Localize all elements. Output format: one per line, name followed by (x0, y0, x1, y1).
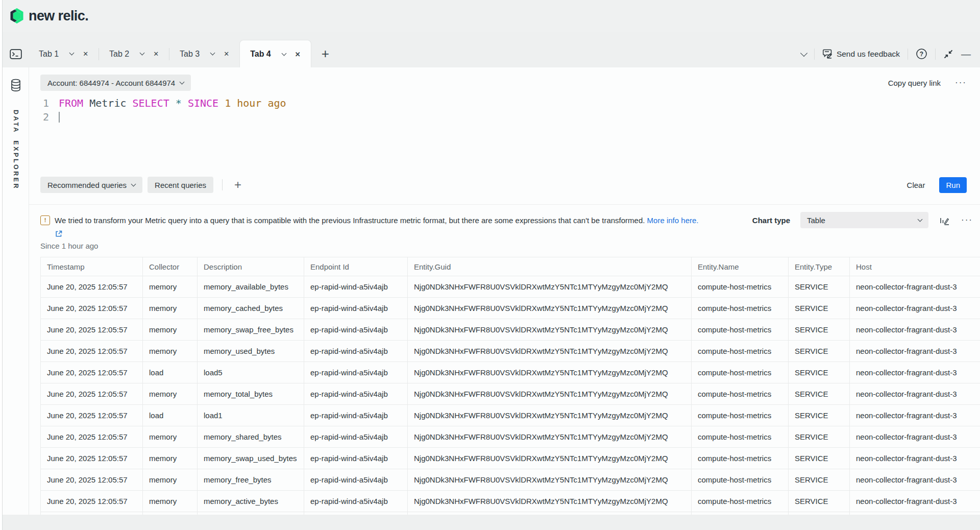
more-info-link[interactable]: More info here. (647, 216, 699, 225)
external-link-icon[interactable] (55, 230, 63, 238)
data-explorer-rail: DATA EXPLORER (3, 67, 29, 515)
table-cell: ep-rapid-wind-a5iv4ajb (304, 426, 408, 448)
recent-queries-button[interactable]: Recent queries (148, 177, 213, 193)
table-cell: memory_swap_used_bytes (198, 448, 304, 469)
table-cell: ep-rapid-wind-a5iv4ajb (304, 276, 408, 298)
table-cell: ep-rapid-wind-a5iv4ajb (304, 298, 408, 319)
column-header: Collector (143, 257, 198, 276)
table-cell: memory_available_bytes (198, 276, 304, 298)
table-cell: Njg0NDk3NHxFWFR8U0VSVklDRXwtMzY5NTc1MTYy… (408, 491, 692, 512)
table-cell: memory (143, 469, 198, 491)
chevron-down-icon[interactable] (140, 51, 145, 56)
table-cell: neon-collector-fragrant-dust-3 (850, 319, 980, 341)
chevron-down-icon[interactable] (210, 51, 215, 56)
recommended-queries-button[interactable]: Recommended queries (40, 177, 142, 193)
table-cell: SERVICE (789, 341, 850, 362)
close-icon[interactable]: ✕ (83, 51, 88, 57)
query-editor[interactable]: 1 FROM Metric SELECT * SINCE 1 hour ago … (40, 97, 970, 124)
chart-type-value: Table (807, 216, 825, 225)
table-cell: neon-collector-fragrant-dust-3 (850, 469, 980, 491)
table-row: June 20, 2025 12:05:57memorymemory_cache… (41, 298, 980, 319)
table-cell: SERVICE (789, 426, 850, 448)
chevron-down-icon (180, 79, 185, 84)
table-cell: compute-host-metrics (692, 491, 789, 512)
chevron-down-icon[interactable] (281, 51, 286, 56)
chevron-down-icon[interactable] (801, 53, 806, 56)
chart-type-select[interactable]: Table (800, 212, 928, 228)
query-more-options-button[interactable]: ··· (955, 78, 967, 88)
query-console-icon[interactable] (3, 40, 29, 67)
table-cell: Njg0NDk3NHxFWFR8U0VSVklDRXwtMzY5NTc1MTYy… (408, 469, 692, 491)
send-feedback-button[interactable]: Send us feedback (822, 49, 900, 59)
tab-tab-4[interactable]: Tab 4✕ (239, 40, 311, 68)
close-icon[interactable]: ✕ (153, 51, 159, 57)
table-cell: June 20, 2025 12:05:57 (41, 341, 143, 362)
add-query-button[interactable]: + (231, 178, 244, 192)
send-feedback-label: Send us feedback (837, 50, 900, 59)
warning-text: We tried to transform your Metric query … (55, 216, 645, 225)
copy-query-link-button[interactable]: Copy query link (888, 79, 941, 87)
tab-tab-3[interactable]: Tab 3✕ (169, 40, 239, 67)
table-cell: June 20, 2025 12:05:57 (41, 469, 143, 491)
database-icon[interactable] (10, 79, 21, 92)
query-token: Metric (83, 97, 132, 109)
tab-label: Tab 2 (109, 50, 129, 59)
table-row: June 20, 2025 12:05:57memorymemory_avail… (41, 276, 980, 298)
custom-chart-icon[interactable] (939, 215, 950, 226)
tab-tab-1[interactable]: Tab 1✕ (29, 40, 99, 67)
close-icon[interactable]: ✕ (295, 51, 301, 58)
warning-icon: ! (40, 215, 50, 225)
column-header: Description (198, 257, 304, 276)
add-tab-button[interactable]: + (311, 40, 339, 67)
table-cell: June 20, 2025 12:05:57 (41, 426, 143, 448)
table-cell: June 20, 2025 12:05:57 (41, 448, 143, 469)
table-cell: neon-collector-fragrant-dust-3 (850, 426, 980, 448)
table-cell: memory (143, 276, 198, 298)
results-more-options-button[interactable]: ··· (961, 215, 973, 225)
table-cell: memory (143, 298, 198, 319)
table-cell: June 20, 2025 12:05:57 (41, 512, 143, 515)
table-cell: memory (143, 512, 198, 515)
external-link-row (55, 230, 973, 239)
table-cell: ep-rapid-wind-a5iv4ajb (304, 319, 408, 341)
divider (814, 49, 815, 60)
table-cell: compute-host-metrics (692, 426, 789, 448)
recommended-queries-label: Recommended queries (47, 181, 127, 189)
run-button[interactable]: Run (939, 177, 967, 193)
query-token: 1 hour ago (218, 97, 286, 109)
table-cell: compute-host-metrics (692, 448, 789, 469)
table-cell: SERVICE (789, 512, 850, 515)
table-row: June 20, 2025 12:05:57loadload5ep-rapid-… (41, 362, 980, 383)
tab-label: Tab 4 (250, 50, 271, 59)
account-selector[interactable]: Account: 6844974 - Account 6844974 (40, 75, 191, 91)
help-icon[interactable]: ? (916, 48, 927, 60)
table-cell: memory (143, 319, 198, 341)
chevron-down-icon[interactable] (69, 51, 75, 56)
table-cell: memory_buffers_bytes (198, 512, 304, 515)
table-cell: SERVICE (789, 298, 850, 319)
clear-button[interactable]: Clear (907, 181, 925, 189)
chevron-down-icon (131, 181, 136, 186)
text-cursor (59, 112, 60, 123)
warning-row: ! We tried to transform your Metric quer… (40, 212, 973, 228)
chart-type-label: Chart type (752, 216, 790, 225)
minimize-icon[interactable]: — (961, 49, 971, 60)
divider (222, 179, 223, 190)
table-row: June 20, 2025 12:05:57memorymemory_share… (41, 426, 980, 448)
table-cell: Njg0NDk3NHxFWFR8U0VSVklDRXwtMzY5NTc1MTYy… (408, 362, 692, 383)
table-cell: June 20, 2025 12:05:57 (41, 319, 143, 341)
table-cell: ep-rapid-wind-a5iv4ajb (304, 469, 408, 491)
feedback-icon (822, 49, 832, 59)
table-cell: load (143, 405, 198, 426)
close-icon[interactable]: ✕ (224, 51, 229, 57)
collapse-window-icon[interactable] (943, 49, 953, 59)
tab-tab-2[interactable]: Tab 2✕ (99, 40, 169, 67)
table-cell: compute-host-metrics (692, 341, 789, 362)
table-cell: Njg0NDk3NHxFWFR8U0VSVklDRXwtMzY5NTc1MTYy… (408, 298, 692, 319)
table-cell: neon-collector-fragrant-dust-3 (850, 383, 980, 405)
main-panel: DATA EXPLORER Account: 6844974 - Account… (3, 67, 980, 515)
query-token: * (176, 97, 182, 109)
table-body: June 20, 2025 12:05:57memorymemory_avail… (41, 276, 980, 515)
tab-bar: Tab 1✕Tab 2✕Tab 3✕Tab 4✕ + Send us feedb… (3, 32, 980, 68)
table-cell: ep-rapid-wind-a5iv4ajb (304, 362, 408, 383)
